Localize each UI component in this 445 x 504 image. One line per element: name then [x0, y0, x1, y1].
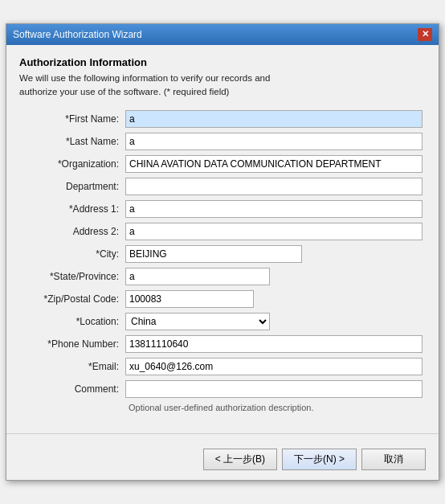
- form-area: *First Name: *Last Name: *Organization: …: [19, 110, 426, 412]
- label-city: *City:: [22, 248, 125, 260]
- content-area: Authorization Information We will use th…: [6, 45, 439, 426]
- location-select[interactable]: China United States Other: [125, 313, 270, 330]
- city-input[interactable]: [125, 245, 302, 263]
- comment-input[interactable]: [125, 380, 423, 398]
- department-input[interactable]: [125, 178, 423, 195]
- address1-input[interactable]: [125, 200, 423, 218]
- address2-input[interactable]: [125, 223, 423, 240]
- form-row-phone: *Phone Number:: [22, 335, 423, 353]
- last-name-input[interactable]: [125, 133, 423, 150]
- label-address1: *Address 1:: [22, 203, 125, 215]
- state-input[interactable]: [125, 268, 270, 285]
- label-comment: Comment:: [22, 383, 125, 395]
- form-row-address1: *Address 1:: [22, 200, 423, 218]
- zip-input[interactable]: [125, 290, 254, 308]
- organization-input[interactable]: [125, 155, 423, 173]
- form-row-email: *Email:: [22, 358, 423, 375]
- section-description: We will use the following information to…: [19, 72, 426, 100]
- form-row-state: *State/Province:: [22, 268, 423, 285]
- form-row-last-name: *Last Name:: [22, 133, 423, 150]
- email-input[interactable]: [125, 358, 423, 375]
- footer-divider: [6, 433, 439, 434]
- comment-hint: Optional user-defined authorization desc…: [129, 403, 423, 412]
- form-row-department: Department:: [22, 178, 423, 195]
- phone-input[interactable]: [125, 335, 423, 353]
- main-window: Software Authorization Wizard ✕ Authoriz…: [6, 23, 439, 481]
- form-row-address2: Address 2:: [22, 223, 423, 240]
- back-button[interactable]: < 上一步(B): [203, 449, 277, 470]
- section-title: Authorization Information: [19, 56, 426, 68]
- form-row-location: *Location: China United States Other: [22, 313, 423, 330]
- label-address2: Address 2:: [22, 226, 125, 237]
- title-bar: Software Authorization Wizard ✕: [6, 24, 439, 45]
- label-zip: *Zip/Postal Code:: [22, 293, 125, 305]
- label-state: *State/Province:: [22, 271, 125, 282]
- label-phone: *Phone Number:: [22, 338, 125, 350]
- form-row-organization: *Organization:: [22, 155, 423, 173]
- form-row-city: *City:: [22, 245, 423, 263]
- label-location: *Location:: [22, 316, 125, 327]
- close-button[interactable]: ✕: [418, 28, 432, 41]
- next-button[interactable]: 下一步(N) >: [282, 449, 357, 470]
- form-row-zip: *Zip/Postal Code:: [22, 290, 423, 308]
- cancel-button[interactable]: 取消: [361, 449, 426, 470]
- footer: < 上一步(B) 下一步(N) > 取消: [6, 442, 439, 480]
- first-name-input[interactable]: [125, 110, 423, 128]
- label-organization: *Organization:: [22, 158, 125, 170]
- window-title: Software Authorization Wizard: [13, 29, 142, 40]
- label-department: Department:: [22, 181, 125, 192]
- label-last-name: *Last Name:: [22, 136, 125, 147]
- form-row-comment: Comment:: [22, 380, 423, 398]
- label-first-name: *First Name:: [22, 113, 125, 125]
- label-email: *Email:: [22, 361, 125, 372]
- form-row-first-name: *First Name:: [22, 110, 423, 128]
